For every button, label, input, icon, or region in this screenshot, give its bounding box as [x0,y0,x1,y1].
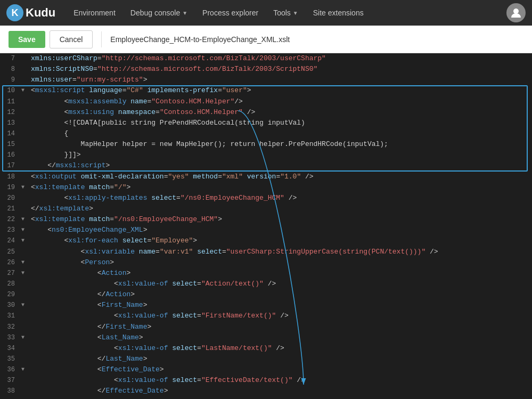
line-26: 26 ▼ <Person> [0,257,532,268]
line-19: 19 ▼ <xsl:template match="/"> [0,182,532,193]
toolbar-divider [101,31,102,47]
line-35: 35 </Last_Name> [0,354,532,364]
editor-toolbar: Save Cancel EmployeeChange_HCM-to-Employ… [0,26,532,53]
kudu-logo-text: Kudu [26,6,55,20]
code-editor[interactable]: 7 xmlns:userCSharp="http://schemas.micro… [0,53,532,399]
line-22: 22 ▼ <xsl:template match="/ns0:EmployeeC… [0,214,532,225]
line-10: 10 ▼ <msxsl:script language="C#" impleme… [0,85,532,96]
nav-debug-console[interactable]: Debug console ▼ [123,0,195,26]
line-14: 14 { [0,128,532,139]
nav-tools-arrow: ▼ [293,10,298,16]
line-12: 12 <msxsl:using namespace="Contoso.HCM.H… [0,107,532,118]
nav-debug-console-label: Debug console [130,9,180,17]
line-36: 36 ▼ <Effective_Date> [0,364,532,375]
line-30: 30 ▼ <First_Name> [0,300,532,311]
line-28: 28 <xsl:value-of select="Action/text()" … [0,279,532,289]
nav-process-explorer-label: Process explorer [202,9,258,17]
user-avatar[interactable] [506,3,526,22]
line-18: 18 <xsl:output omit-xml-declaration="yes… [0,172,532,182]
nav-site-extensions-label: Site extensions [313,9,364,17]
nav-site-extensions[interactable]: Site extensions [306,0,371,26]
line-13: 13 <![CDATA[public string PrePendHRCodeL… [0,118,532,128]
nav-environment-label: Environment [73,9,116,17]
kudu-logo-icon: K [6,4,23,21]
nav-debug-console-arrow: ▼ [182,10,187,16]
line-24: 24 ▼ <xsl:for-each select="Employee"> [0,235,532,246]
nav-environment[interactable]: Environment [66,0,123,26]
line-34: 34 <xsl:value-of select="LastName/text()… [0,343,532,354]
line-9: 9 xmlns:user="urn:my-scripts"> [0,75,532,85]
line-39: 39 ▼ <Employee_ID> [0,397,532,400]
line-23: 23 ▼ <ns0:EmployeeChange_XML> [0,225,532,235]
line-11: 11 <msxsl:assembly name="Contoso.HCM.Hel… [0,96,532,107]
nav-tools-label: Tools [273,9,291,17]
line-31: 31 <xsl:value-of select="FirstName/text(… [0,311,532,321]
svg-point-0 [513,9,519,14]
line-20: 20 <xsl:apply-templates select="/ns0:Emp… [0,193,532,203]
line-15: 15 MapHelper helper = new MapHelper(); r… [0,139,532,150]
line-16: 16 }]]> [0,150,532,160]
line-8: 8 xmlns:ScriptNS0="http://schemas.micros… [0,64,532,75]
line-38: 38 </Effective_Date> [0,386,532,396]
save-button[interactable]: Save [9,31,45,48]
line-21: 21 </xsl:template> [0,203,532,214]
line-27: 27 ▼ <Action> [0,268,532,279]
file-name: EmployeeChange_HCM-to-EmployeChange_XML.… [110,35,290,44]
line-33: 33 ▼ <Last_Name> [0,332,532,343]
line-29: 29 </Action> [0,289,532,300]
line-32: 32 </First_Name> [0,322,532,332]
line-25: 25 <xsl:variable name="var:v1" select="u… [0,247,532,257]
line-17: 17 </msxsl:script> [0,160,532,171]
line-37: 37 <xsl:value-of select="EffectiveDate/t… [0,375,532,386]
nav-process-explorer[interactable]: Process explorer [195,0,266,26]
top-nav: K Kudu Environment Debug console ▼ Proce… [0,0,532,26]
cancel-button[interactable]: Cancel [50,30,93,48]
line-7: 7 xmlns:userCSharp="http://schemas.micro… [0,53,532,64]
kudu-logo[interactable]: K Kudu [6,4,55,21]
nav-tools[interactable]: Tools ▼ [266,0,306,26]
